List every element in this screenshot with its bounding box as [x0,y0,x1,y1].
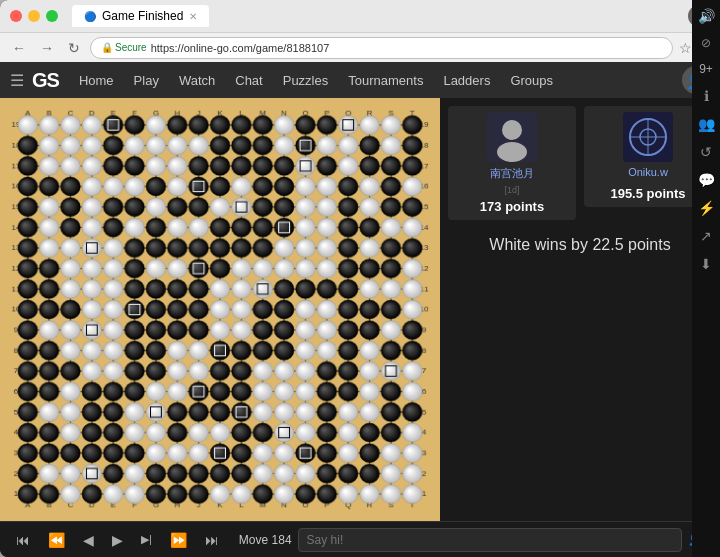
nav-watch[interactable]: Watch [171,69,223,92]
bookmark-button[interactable]: ☆ [679,40,692,56]
chat-icon[interactable]: 💬 [698,172,715,188]
users-icon[interactable]: 👥 [698,116,715,132]
player-white-avatar [623,112,673,162]
prev-button[interactable]: ◀ [77,528,100,552]
player-white-name: Oniku.w [628,166,668,178]
svg-point-1 [502,120,522,140]
nav-groups[interactable]: Groups [502,69,561,92]
nav-chat[interactable]: Chat [227,69,270,92]
nav-puzzles[interactable]: Puzzles [275,69,337,92]
info-icon[interactable]: ℹ [704,98,709,104]
player-white-score: 195.5 points [610,186,685,201]
game-result: White wins by 22.5 points [448,228,712,262]
move-label: Move 184 [239,533,292,547]
tab-favicon: 🔵 [84,11,96,22]
nav-tournaments[interactable]: Tournaments [340,69,431,92]
main-content: 南宫池月 [1d] 173 points [0,98,720,521]
player-black-name: 南宫池月 [490,166,534,181]
site-nav: ☰ GS Home Play Watch Chat Puzzles Tourna… [0,62,720,98]
address-box[interactable]: 🔒 Secure https://online-go.com/game/8188… [90,37,673,59]
player-black-card: 南宫池月 [1d] 173 points [448,106,576,220]
first-move-button[interactable]: ⏮ [10,528,36,552]
window-buttons [10,10,58,22]
app-window: 🔵 Game Finished ✕ 👤 ← → ↻ 🔒 Secure https… [0,0,720,557]
refresh-icon[interactable]: ↺ [700,144,712,160]
prev10-button[interactable]: ⏪ [42,528,71,552]
player-black-rank: [1d] [504,185,519,195]
addressbar: ← → ↻ 🔒 Secure https://online-go.com/gam… [0,32,720,62]
next-button[interactable]: ▶| [135,529,158,550]
logo-text: GS [32,69,59,92]
right-panel: 南宫池月 [1d] 173 points [440,98,720,521]
hamburger-icon[interactable]: ☰ [10,71,24,90]
svg-point-2 [497,142,527,162]
browser-tab[interactable]: 🔵 Game Finished ✕ [72,5,209,27]
last-move-button[interactable]: ⏭ [199,528,225,552]
player-black-score: 173 points [480,199,544,214]
nav-home[interactable]: Home [71,69,122,92]
site-logo[interactable]: GS [32,69,59,92]
next10-button[interactable]: ⏩ [164,528,193,552]
nav-play[interactable]: Play [126,69,167,92]
lightning-icon[interactable]: ⚡ [698,200,715,216]
share-icon[interactable]: ↗ [700,228,712,244]
refresh-button[interactable]: ↻ [64,38,84,58]
url-display: https://online-go.com/game/8188107 [151,42,330,54]
tab-close-icon[interactable]: ✕ [189,11,197,22]
chat-input[interactable] [298,528,682,552]
board-container [0,98,440,521]
secure-badge: 🔒 Secure [101,42,147,53]
players-row: 南宫池月 [1d] 173 points [448,106,712,220]
titlebar: 🔵 Game Finished ✕ 👤 [0,0,720,32]
maximize-button[interactable] [46,10,58,22]
play-button[interactable]: ▶ [106,528,129,552]
player-black-avatar [487,112,537,162]
close-button[interactable] [10,10,22,22]
nav-ladders[interactable]: Ladders [435,69,498,92]
minimize-button[interactable] [28,10,40,22]
bottom-bar: ⏮ ⏪ ◀ ▶ ▶| ⏩ ⏭ Move 184 👤 1 [0,521,720,557]
go-board[interactable] [8,106,432,513]
download-icon[interactable]: ⬇ [700,256,712,272]
forward-button[interactable]: → [36,38,58,58]
back-button[interactable]: ← [8,38,30,58]
side-icons-panel: 🔊 ⊘ 9+ ℹ 👥 ↺ 💬 ⚡ ↗ ⬇ [692,98,720,521]
tab-title: Game Finished [102,9,183,23]
